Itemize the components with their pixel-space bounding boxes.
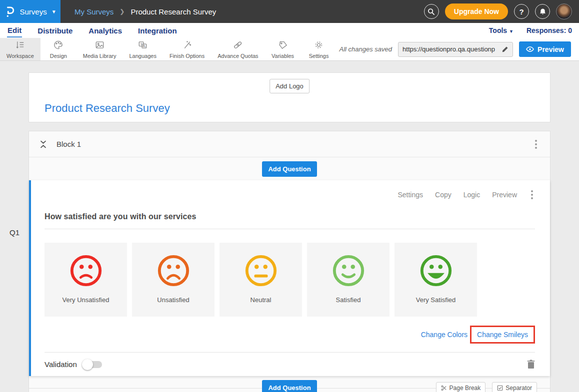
svg-text:A: A <box>143 44 146 48</box>
block-footer: Add Question Page Break Separator <box>29 376 550 392</box>
question-settings-link[interactable]: Settings <box>398 191 423 199</box>
neutral-face-icon <box>244 253 278 288</box>
frown-face-icon <box>156 253 191 288</box>
toolbar-item-variables[interactable]: Variables <box>265 38 301 60</box>
validation-label: Validation <box>44 360 77 369</box>
toolbar-item-settings[interactable]: Settings <box>301 38 337 60</box>
brand-menu-label: Surveys <box>20 7 46 16</box>
question-actions: Settings Copy Logic Preview <box>44 188 535 201</box>
smile-face-icon <box>331 253 366 288</box>
questionpro-logo-icon <box>4 5 15 18</box>
breadcrumb-my-surveys[interactable]: My Surveys <box>74 7 114 16</box>
toolbar-item-media-library[interactable]: Media Library <box>76 38 123 60</box>
search-icon[interactable] <box>424 4 439 19</box>
toolbar-item-finish-options[interactable]: Finish Options <box>163 38 211 60</box>
upgrade-now-button[interactable]: Upgrade Now <box>445 3 508 19</box>
breadcrumb: My Surveys ❯ Product Research Survey <box>74 7 216 16</box>
user-avatar[interactable] <box>556 3 572 19</box>
responses-count[interactable]: Responses: 0 <box>526 26 572 34</box>
frown-face-icon <box>68 253 104 288</box>
question-menu-icon[interactable] <box>529 188 535 201</box>
smiley-links-row: Change Colors Change Smileys <box>44 326 535 344</box>
smiley-options: Very Unsatisfied Unsatisfied <box>44 243 535 317</box>
survey-nav: Edit Distribute Analytics Integration To… <box>0 23 579 38</box>
advance-quotas-icon <box>232 40 243 52</box>
toolbar-item-advance-quotas[interactable]: Advance Quotas <box>211 38 264 60</box>
toolbar-item-workspace[interactable]: Workspace <box>0 38 40 60</box>
tab-distribute[interactable]: Distribute <box>37 24 73 37</box>
annotation-red-box: Change Smileys <box>470 326 535 344</box>
editor-toolbar: Workspace Design Media Library xA Langua… <box>0 38 579 61</box>
block-card: Block 1 Add Question Q1 Settings Copy Lo… <box>28 131 550 392</box>
workspace-content: Add Logo Product Research Survey Block 1… <box>0 61 579 392</box>
languages-icon: xA <box>138 40 148 52</box>
media-library-icon <box>94 40 105 52</box>
autosave-status: All changes saved <box>340 45 392 53</box>
help-icon[interactable]: ? <box>514 4 529 19</box>
survey-url-box <box>398 42 513 57</box>
workspace-icon <box>15 40 26 52</box>
page-break-scissors-icon <box>441 385 447 391</box>
block-title[interactable]: Block 1 <box>56 140 81 148</box>
separator-checkbox-icon <box>497 385 503 391</box>
big-smile-face-icon <box>418 253 454 288</box>
smiley-option-unsatisfied[interactable]: Unsatisfied <box>132 243 214 317</box>
question-divider <box>44 229 535 229</box>
separator-button[interactable]: Separator <box>492 382 537 392</box>
tab-integration[interactable]: Integration <box>138 24 178 37</box>
chevron-down-icon: ▼ <box>52 9 56 14</box>
smiley-option-very-unsatisfied[interactable]: Very Unsatisfied <box>44 243 127 317</box>
chevron-down-icon: ▼ <box>509 29 514 34</box>
topbar-actions: Upgrade Now ? <box>424 3 579 19</box>
settings-icon <box>314 40 324 52</box>
tools-dropdown[interactable]: Tools ▼ <box>489 26 514 34</box>
finish-options-icon <box>182 40 192 52</box>
tab-analytics[interactable]: Analytics <box>88 24 122 37</box>
edit-url-pencil-icon[interactable] <box>502 46 508 53</box>
question-number: Q1 <box>10 228 20 237</box>
validation-toggle[interactable] <box>83 361 102 368</box>
question-logic-link[interactable]: Logic <box>464 191 480 199</box>
block-header: Block 1 <box>29 131 550 157</box>
smiley-option-very-satisfied[interactable]: Very Satisfied <box>394 243 477 317</box>
change-smileys-link[interactable]: Change Smileys <box>477 331 528 339</box>
toolbar-item-languages[interactable]: xA Languages <box>122 38 162 60</box>
top-bar: Surveys ▼ My Surveys ❯ Product Research … <box>0 0 579 23</box>
add-question-row-top: Add Question <box>29 157 550 180</box>
add-question-button-bottom[interactable]: Add Question <box>262 380 316 392</box>
add-logo-button[interactable]: Add Logo <box>270 79 310 93</box>
collapse-block-icon[interactable] <box>40 140 46 149</box>
notifications-bell-icon[interactable] <box>535 4 550 19</box>
question-text[interactable]: How satisfied are you with our services <box>44 212 535 221</box>
smiley-option-satisfied[interactable]: Satisfied <box>307 243 390 317</box>
block-menu-icon[interactable] <box>533 138 539 151</box>
question-preview-link[interactable]: Preview <box>492 191 517 199</box>
chevron-right-icon: ❯ <box>120 8 124 15</box>
smiley-option-neutral[interactable]: Neutral <box>220 243 302 317</box>
toolbar-item-design[interactable]: Design <box>40 38 76 60</box>
survey-title[interactable]: Product Research Survey <box>44 102 170 115</box>
survey-url-input[interactable] <box>402 45 502 53</box>
survey-title-card: Add Logo Product Research Survey <box>28 72 550 122</box>
validation-row: Validation <box>44 352 535 376</box>
question-card: Q1 Settings Copy Logic Preview How satis… <box>29 180 550 376</box>
delete-question-icon[interactable] <box>527 360 535 369</box>
breadcrumb-current-survey: Product Research Survey <box>130 7 216 16</box>
page-break-button[interactable]: Page Break <box>436 382 486 392</box>
variables-icon <box>278 40 288 52</box>
change-colors-link[interactable]: Change Colors <box>421 331 468 339</box>
add-question-button-top[interactable]: Add Question <box>262 161 316 177</box>
question-copy-link[interactable]: Copy <box>435 191 452 199</box>
tab-edit[interactable]: Edit <box>7 24 22 37</box>
preview-eye-icon <box>526 46 534 52</box>
preview-button[interactable]: Preview <box>519 41 571 57</box>
brand-menu[interactable]: Surveys ▼ <box>0 0 60 23</box>
design-icon <box>53 40 64 52</box>
